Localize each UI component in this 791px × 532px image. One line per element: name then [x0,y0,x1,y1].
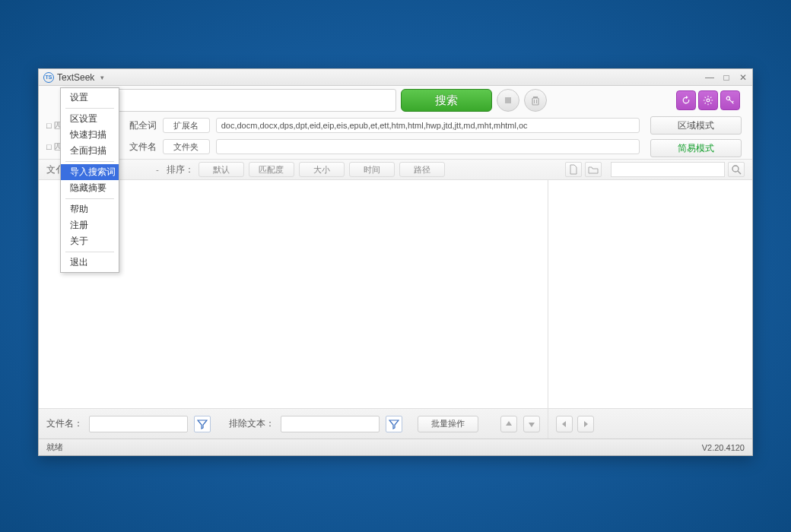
main-menu: 设置 区设置 快速扫描 全面扫描 导入搜索词 隐藏摘要 帮助 注册 关于 退出 [60,87,119,273]
stop-button[interactable] [497,89,519,112]
preview-search-input[interactable] [611,162,725,177]
bottom-filter-bar: 文件名： 排除文本： 批量操作 [39,408,548,439]
menu-zone-settings[interactable]: 区设置 [61,111,119,127]
close-button[interactable]: ✕ [739,73,748,82]
minimize-button[interactable]: — [705,73,714,82]
version-text: V2.20.4120 [702,443,745,452]
batch-ops-button[interactable]: 批量操作 [418,416,478,432]
exclude-text-input[interactable] [281,416,380,432]
sort-bar: 文亻 - 排序： 默认 匹配度 大小 时间 路径 [39,159,752,180]
app-logo-icon: TS [43,72,54,83]
menu-settings[interactable]: 设置 [61,90,119,106]
status-bar: 就绪 V2.20.4120 [39,439,752,455]
svg-point-5 [707,99,710,102]
result-up-button[interactable] [500,416,517,432]
status-text: 就绪 [46,442,63,453]
menu-exit[interactable]: 退出 [61,255,119,271]
sort-default[interactable]: 默认 [199,162,244,177]
svg-rect-4 [533,97,538,98]
preview-next-button[interactable] [577,416,594,432]
app-title: TextSeek [57,72,94,83]
filter-row-1: □ 匹 配全词 扩展名 doc,docm,docx,dps,dpt,eid,ei… [46,115,640,136]
filename-filter-label: 文件名： [46,418,83,429]
maximize-button[interactable]: □ [722,73,731,82]
preview-pane [548,180,752,439]
file-icon[interactable] [565,162,582,177]
folder-value[interactable] [216,139,640,154]
preview-search-icon[interactable] [728,162,745,177]
clear-button[interactable] [524,89,547,112]
sort-size[interactable]: 大小 [299,162,345,177]
svg-rect-0 [505,97,511,103]
menu-help[interactable]: 帮助 [61,201,119,217]
result-down-button[interactable] [523,416,540,432]
main-toolbar: 搜索 [39,86,752,115]
preview-prev-button[interactable] [556,416,573,432]
menu-import-keywords[interactable]: 导入搜索词 [61,164,119,180]
menu-quick-scan[interactable]: 快速扫描 [61,127,119,143]
folder-label[interactable]: 文件夹 [163,139,210,154]
folder-icon[interactable] [585,162,602,177]
search-input[interactable] [115,89,396,112]
exclude-filter-icon[interactable] [386,416,402,432]
preview-nav [548,408,752,439]
gear-icon[interactable] [698,90,718,110]
filename-filter-icon[interactable] [194,416,211,432]
exclude-text-label: 排除文本： [229,418,275,429]
main-content: 文件名： 排除文本： 批量操作 [39,180,752,439]
svg-point-9 [732,166,739,172]
search-button[interactable]: 搜索 [401,89,492,112]
svg-rect-1 [532,98,538,105]
preview-body [548,180,752,408]
sort-relevance[interactable]: 匹配度 [249,162,294,177]
sort-path[interactable]: 路径 [399,162,445,177]
menu-full-scan[interactable]: 全面扫描 [61,143,119,159]
menu-register[interactable]: 注册 [61,217,119,233]
svg-line-8 [732,101,734,103]
menu-hide-summary[interactable]: 隐藏摘要 [61,180,119,196]
titlebar: TS TextSeek ▾ — □ ✕ [39,69,752,86]
app-window: TS TextSeek ▾ — □ ✕ 搜索 [38,68,753,456]
easy-mode-button[interactable]: 简易模式 [650,139,742,157]
filename-filter-input[interactable] [89,416,188,432]
sort-label: 排序： [167,164,194,176]
svg-line-10 [738,171,741,174]
sort-time[interactable]: 时间 [349,162,395,177]
title-dropdown-icon[interactable]: ▾ [100,74,104,81]
extensions-label[interactable]: 扩展名 [163,118,210,133]
refresh-icon[interactable] [676,90,696,110]
key-icon[interactable] [720,90,740,110]
zone-mode-button[interactable]: 区域模式 [650,116,742,135]
svg-point-6 [726,97,729,100]
menu-about[interactable]: 关于 [61,233,119,249]
extensions-value[interactable]: doc,docm,docx,dps,dpt,eid,eip,eis,epub,e… [216,118,640,133]
filter-row-2: □ 匹 文件名 文件夹 [46,136,640,157]
